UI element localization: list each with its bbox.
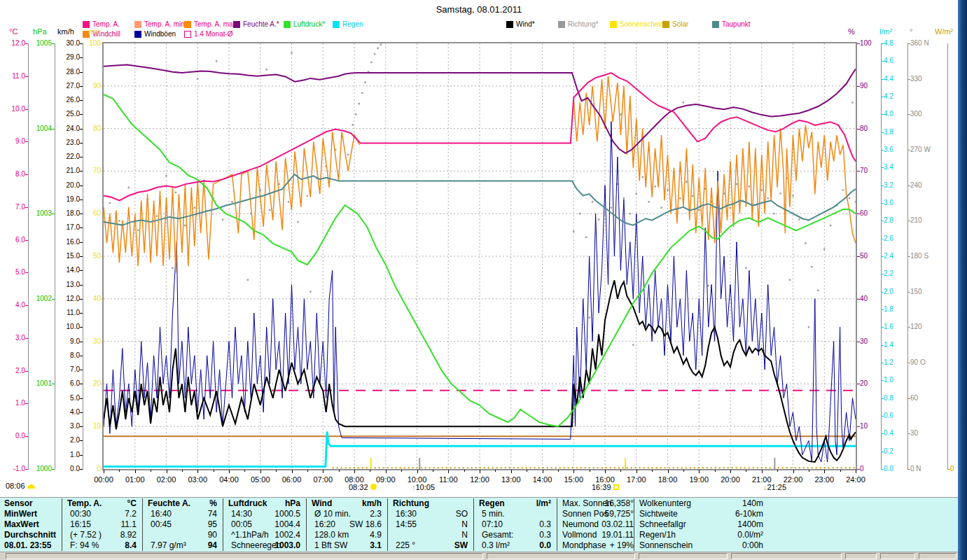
table-cell-value: SW (387, 540, 468, 551)
axis-tick-label-kmh: 29.0 (50, 54, 80, 61)
table-cell-value: 2.3 (306, 509, 382, 519)
table-row-label: 08.01. 23:55 (4, 540, 51, 551)
chart-plot[interactable] (102, 42, 857, 470)
axis-tick (947, 469, 950, 470)
axis-tick (80, 313, 83, 314)
table-col-unit: % (142, 498, 217, 509)
axis-header-celsius: °C (9, 27, 18, 36)
table-cell-value: -59,725° (557, 509, 634, 519)
table-cell-value: 8.92 (62, 530, 137, 540)
series-windboeen (104, 122, 856, 462)
sun-event-08-06: 08:06 (6, 482, 35, 490)
axis-tick-label-deg: 90 O (910, 359, 942, 366)
axis-tick (857, 171, 860, 172)
legend-item-regen: Regen (333, 20, 363, 29)
axis-tick (80, 398, 83, 399)
legend-item-temp-a-max: Temp. A. max (184, 20, 237, 29)
table-cell-value: SO (387, 509, 468, 519)
axis-tick-label-kmh: 11.0 (50, 309, 80, 316)
axis-tick-label-c: 3.0 (0, 335, 25, 342)
table-col-unit: l/m² (473, 498, 551, 509)
axis-tick-label-pct: 90 (860, 83, 892, 90)
axis-tick (25, 371, 28, 372)
event-time-label: 08:06 (6, 482, 25, 490)
legend-swatch-icon (134, 21, 141, 28)
table-cell-value: 1003.0 (223, 540, 300, 551)
axis-tick-label-lm2: 1.0 (884, 377, 916, 384)
axis-tick (881, 309, 884, 310)
x-axis-label: 13:00 (497, 475, 525, 484)
axis-tick (881, 451, 884, 452)
x-axis-label: 15:00 (559, 475, 587, 484)
axis-tick-label-hpa: 1002 (22, 295, 52, 302)
x-axis-label: 06:00 (278, 475, 306, 484)
legend-label: Temp. A. min (144, 20, 185, 28)
x-axis-label: 01:00 (121, 475, 149, 484)
x-axis-tick (417, 470, 418, 473)
x-axis-tick (229, 470, 230, 473)
legend-item-richtung-: Richtung* (558, 20, 598, 29)
table-cell-value: 1400m (634, 519, 763, 530)
axis-tick-label-kmh: 10.0 (50, 323, 80, 330)
x-axis-label: 24:00 (842, 475, 870, 484)
axis-tick-label-hpa: 1005 (22, 40, 52, 47)
axis-tick (25, 141, 28, 142)
axis-tick (80, 200, 83, 200)
table-cell-value: 1004.4 (223, 519, 300, 530)
axis-tick-label-wm2: 0 (950, 465, 954, 472)
axis-tick (881, 220, 884, 221)
axis-tick (881, 239, 884, 239)
axis-tick (857, 342, 860, 342)
x-axis-tick (511, 470, 512, 473)
axis-tick-label-kmh: 14.0 (50, 267, 80, 274)
x-axis-tick (543, 470, 543, 473)
axis-tick (80, 72, 83, 73)
axis-tick (25, 305, 28, 306)
axis-tick (80, 356, 83, 356)
axis-tick (80, 157, 83, 158)
x-axis-minor-tick (558, 470, 559, 472)
axis-tick-label-c: 10.0 (0, 106, 25, 113)
axis-tick-label-deg: 60 (910, 395, 942, 402)
axis-tick-label-c: 0.0 (0, 433, 25, 440)
x-axis-label: 17:00 (622, 475, 651, 484)
axis-tick-label-lm2: 2.6 (884, 235, 916, 242)
axis-tick-label-kmh: 7.0 (50, 366, 80, 373)
axis-tick-label-deg: 150 (910, 288, 942, 295)
axis-tick (25, 207, 28, 208)
table-row-label: MaxWert (4, 519, 39, 530)
axis-tick (881, 345, 884, 346)
x-axis-minor-tick (464, 470, 465, 472)
x-axis-minor-tick (840, 470, 841, 472)
x-axis-minor-tick (119, 470, 120, 472)
axis-tick-label-min: 90 (71, 83, 101, 90)
axis-tick-label-lm2: 0.6 (884, 412, 916, 419)
axis-header-hpa: hPa (33, 27, 47, 36)
sun-event-21-25: ↓21:25 (763, 483, 786, 491)
axis-tick-label-kmh: 19.0 (50, 196, 80, 203)
legend-swatch-icon (184, 21, 191, 28)
axis-tick-label-kmh: 8.0 (50, 352, 80, 359)
axis-tick-label-min: 50 (71, 253, 101, 260)
axis-tick (25, 338, 28, 339)
legend-label: Solar (672, 20, 688, 28)
sunrise-icon (27, 484, 35, 489)
table-col-header: Richtung (393, 498, 429, 509)
axis-tick-label-kmh: 28.0 (50, 69, 80, 76)
x-axis-minor-tick (620, 470, 621, 472)
axis-tick (881, 79, 884, 80)
x-axis-minor-tick (244, 470, 245, 472)
series-feuchte (104, 64, 856, 153)
axis-tick (907, 43, 910, 44)
axis-tick (907, 398, 910, 399)
status-bar-panel (731, 553, 842, 559)
axis-tick (881, 363, 884, 363)
event-time-label: 21:25 (767, 483, 787, 491)
legend-item-sonnenschein: Sonnenschein (610, 20, 664, 29)
axis-tick (881, 203, 884, 204)
x-axis-tick (197, 470, 198, 473)
page-title: Samstag, 08.01.2011 (0, 4, 958, 15)
axis-tick (857, 299, 860, 300)
axis-tick (907, 114, 910, 115)
axis-tick-label-c: 7.0 (0, 204, 25, 211)
